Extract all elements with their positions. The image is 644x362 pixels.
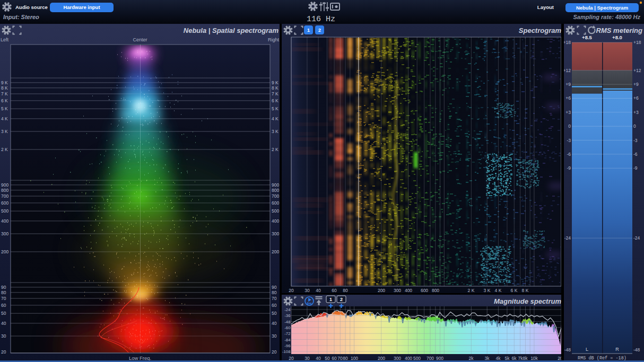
svg-text:9 K: 9 K <box>272 80 279 85</box>
svg-text:Sampling rate: 48000 Hz: Sampling rate: 48000 Hz <box>573 14 640 20</box>
svg-text:-24: -24 <box>284 307 291 312</box>
svg-text:-3: -3 <box>633 138 638 143</box>
svg-text:Input: Stereo: Input: Stereo <box>3 14 39 20</box>
svg-text:+9: +9 <box>565 82 571 87</box>
svg-text:+18: +18 <box>564 40 571 45</box>
svg-text:400: 400 <box>272 218 279 224</box>
svg-text:-108: -108 <box>282 349 291 354</box>
svg-text:200: 200 <box>378 288 385 293</box>
svg-text:5 K: 5 K <box>272 106 279 111</box>
svg-text:60: 60 <box>332 288 337 293</box>
svg-text:7 K: 7 K <box>1 91 8 96</box>
svg-text:600: 600 <box>421 288 428 293</box>
svg-text:-60: -60 <box>284 325 291 330</box>
svg-text:+3: +3 <box>633 110 639 115</box>
svg-text:2 K: 2 K <box>1 147 8 152</box>
svg-text:20: 20 <box>289 288 294 293</box>
svg-text:600: 600 <box>272 200 279 206</box>
svg-text:700: 700 <box>1 193 8 199</box>
svg-text:2: 2 <box>340 297 343 302</box>
svg-text:8 K: 8 K <box>272 85 279 91</box>
svg-text:+12: +12 <box>564 68 571 73</box>
svg-text:-48: -48 <box>284 320 290 324</box>
svg-text:20: 20 <box>1 349 6 355</box>
svg-text:+3: +3 <box>565 110 571 115</box>
svg-text:Left: Left <box>1 37 9 42</box>
svg-text:1: 1 <box>329 297 332 302</box>
svg-text:300: 300 <box>394 288 401 293</box>
svg-text:400: 400 <box>1 218 8 224</box>
svg-text:300: 300 <box>1 231 8 236</box>
svg-text:Center: Center <box>133 37 147 42</box>
svg-text:1: 1 <box>307 28 310 33</box>
svg-text:Nebula | Spatial spectrogram: Nebula | Spatial spectrogram <box>184 27 279 34</box>
svg-text:6 K: 6 K <box>511 288 518 293</box>
svg-text:90: 90 <box>1 285 6 290</box>
svg-text:50: 50 <box>272 311 277 316</box>
svg-text:-24: -24 <box>633 235 640 241</box>
svg-text:900: 900 <box>272 182 279 188</box>
svg-text:-6: -6 <box>633 152 638 157</box>
svg-text:800: 800 <box>1 188 8 193</box>
svg-text:live: live <box>307 302 312 305</box>
svg-text:30: 30 <box>304 288 310 293</box>
svg-text:+12: +12 <box>633 68 641 73</box>
svg-text:3 K: 3 K <box>272 129 279 134</box>
svg-text:Layout: Layout <box>537 4 554 10</box>
svg-text:+6: +6 <box>565 95 571 101</box>
svg-text:Right: Right <box>268 37 280 42</box>
svg-text:R: R <box>615 347 619 352</box>
svg-text:-84: -84 <box>284 338 291 342</box>
svg-text:3 K: 3 K <box>484 288 491 293</box>
svg-text:5 K: 5 K <box>1 106 8 111</box>
svg-text:116 Hz: 116 Hz <box>307 15 335 24</box>
svg-text:40: 40 <box>1 321 6 326</box>
svg-text:50: 50 <box>1 311 6 316</box>
svg-text:+8.0: +8.0 <box>612 34 622 40</box>
svg-text:600: 600 <box>1 200 8 206</box>
svg-text:90: 90 <box>272 285 277 290</box>
svg-text:80: 80 <box>272 290 277 295</box>
svg-text:L: L <box>586 347 588 352</box>
svg-text:-6: -6 <box>567 152 571 157</box>
svg-text:300: 300 <box>272 231 279 236</box>
svg-text:2 K: 2 K <box>468 288 475 293</box>
svg-text:900: 900 <box>1 182 8 188</box>
svg-text:2 K: 2 K <box>272 147 279 152</box>
svg-text:30: 30 <box>272 333 277 339</box>
svg-text:-48: -48 <box>633 347 640 352</box>
svg-text:30: 30 <box>1 333 6 339</box>
svg-text:6 K: 6 K <box>272 98 279 103</box>
svg-text:400: 400 <box>405 288 412 293</box>
svg-text:RMS metering: RMS metering <box>596 27 642 34</box>
svg-text:-24: -24 <box>564 235 571 241</box>
svg-text:40: 40 <box>272 321 277 326</box>
svg-text:-96: -96 <box>284 343 290 348</box>
svg-text:+8.5: +8.5 <box>582 34 592 40</box>
svg-text:200: 200 <box>1 249 8 254</box>
svg-text:60: 60 <box>272 303 277 308</box>
svg-text:800: 800 <box>272 188 279 193</box>
svg-text:6 K: 6 K <box>1 98 8 103</box>
svg-text:70: 70 <box>1 296 6 301</box>
svg-text:+18: +18 <box>633 40 641 45</box>
svg-text:Hardware input: Hardware input <box>63 4 100 10</box>
svg-text:+9: +9 <box>633 82 639 87</box>
svg-text:200: 200 <box>272 249 279 254</box>
svg-text:700: 700 <box>272 193 279 199</box>
svg-text:0: 0 <box>568 123 571 129</box>
svg-text:60: 60 <box>1 303 6 308</box>
svg-text:Nebula | Spectrogram: Nebula | Spectrogram <box>576 5 628 11</box>
svg-text:4 K: 4 K <box>1 116 8 121</box>
svg-text:80: 80 <box>1 290 6 295</box>
svg-text:0: 0 <box>633 123 636 129</box>
svg-text:500: 500 <box>1 208 8 214</box>
svg-text:+6: +6 <box>633 95 639 101</box>
svg-text:Magnitude spectrum: Magnitude spectrum <box>494 297 561 305</box>
svg-text:70: 70 <box>272 296 277 301</box>
svg-text:Audio source: Audio source <box>15 4 48 10</box>
svg-text:2: 2 <box>318 28 321 33</box>
svg-text:20: 20 <box>272 349 277 355</box>
svg-text:-3: -3 <box>567 138 571 143</box>
svg-text:9 K: 9 K <box>1 80 8 85</box>
